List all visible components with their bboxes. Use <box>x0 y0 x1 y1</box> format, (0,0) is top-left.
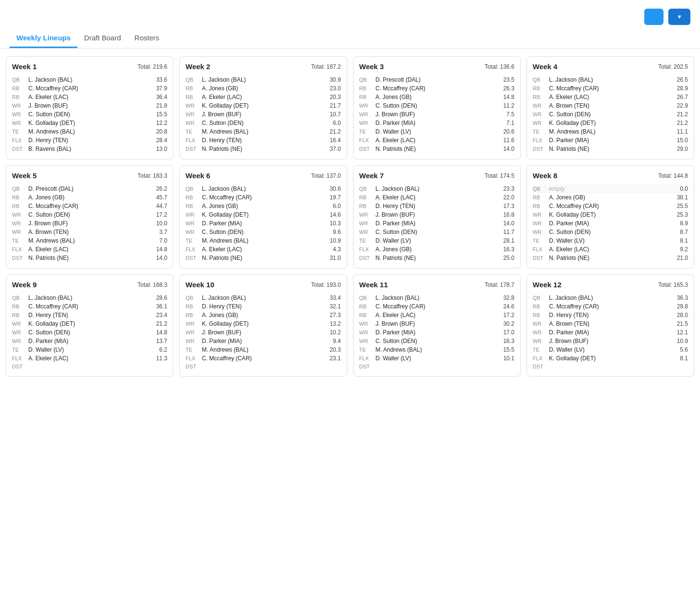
player-name: A. Ekeler (LAC) <box>376 137 503 144</box>
player-row: QBL. Jackson (BAL)32.8 <box>359 294 515 302</box>
player-row: FLXC. Mccaffrey (CAR)23.1 <box>185 354 341 363</box>
player-position: RB <box>185 203 201 209</box>
player-row: TEM. Andrews (BAL)21.2 <box>185 127 341 136</box>
player-position: QB <box>185 295 201 301</box>
player-position: WR <box>12 212 27 218</box>
player-row: FLXA. Ekeler (LAC)14.8 <box>12 245 167 254</box>
player-name: J. Brown (BUF) <box>202 111 329 118</box>
player-row: WRJ. Brown (BUF)10.9 <box>533 337 688 345</box>
player-position: WR <box>359 220 375 226</box>
play-again-button[interactable] <box>644 9 663 25</box>
player-row: QBD. Prescott (DAL)23.5 <box>359 75 515 84</box>
player-name: D. Waller (LV) <box>376 237 503 244</box>
player-name: L. Jackson (BAL) <box>549 76 676 83</box>
player-score: 21.0 <box>677 255 688 261</box>
player-score: 12.2 <box>156 120 167 126</box>
player-score: 10.3 <box>330 220 341 227</box>
player-score: 14.8 <box>156 246 167 253</box>
week-card-7: Week 7Total: 174.5QBL. Jackson (BAL)23.3… <box>353 165 521 269</box>
player-row: WRJ. Brown (BUF)21.8 <box>12 101 167 110</box>
week-5-title: Week 5 <box>12 171 37 180</box>
player-row: TEM. Andrews (BAL)10.9 <box>185 236 341 245</box>
player-name: C. Mccaffrey (CAR) <box>549 85 676 92</box>
player-position: FLX <box>12 137 27 143</box>
week-10-title: Week 10 <box>185 281 214 289</box>
player-position: TE <box>185 238 201 244</box>
player-position: RB <box>12 94 27 100</box>
player-name: K. Golladay (DET) <box>202 102 329 109</box>
player-position: FLX <box>533 137 548 143</box>
player-row: WRK. Golladay (DET)21.7 <box>185 101 341 110</box>
player-position: TE <box>359 129 375 135</box>
player-score: 0.0 <box>680 185 688 192</box>
player-name: C. Mccaffrey (CAR) <box>28 203 155 209</box>
player-score: 17.2 <box>156 211 167 218</box>
player-name: D. Parker (MIA) <box>549 329 676 336</box>
player-name: K. Golladay (DET) <box>28 320 155 327</box>
player-name: K. Golladay (DET) <box>28 120 155 126</box>
week-2-title: Week 2 <box>185 62 210 71</box>
player-score: 28.9 <box>677 85 688 92</box>
player-position: RB <box>185 312 201 318</box>
player-row: QBD. Prescott (DAL)26.2 <box>12 184 167 193</box>
player-score: 21.2 <box>677 120 688 126</box>
player-row: RBA. Jones (GB)6.0 <box>185 202 341 210</box>
week-9-title: Week 9 <box>12 281 37 289</box>
player-score: 45.7 <box>156 194 167 201</box>
player-row: FLXA. Ekeler (LAC)11.6 <box>359 136 515 145</box>
player-score: 12.1 <box>677 329 688 336</box>
player-name: N. Patriots (NE) <box>549 255 676 261</box>
player-row: FLXA. Ekeler (LAC)9.2 <box>533 245 688 254</box>
player-name: D. Waller (LV) <box>549 237 679 244</box>
player-position: WR <box>185 120 201 126</box>
player-row: TED. Waller (LV)5.6 <box>533 345 688 354</box>
week-7-total: Total: 174.5 <box>485 172 515 179</box>
player-score: 8.1 <box>680 355 688 362</box>
player-name: A. Ekeler (LAC) <box>549 246 679 253</box>
player-score: 11.1 <box>677 128 688 135</box>
player-row: RBC. Mccaffrey (CAR)28.9 <box>533 84 688 93</box>
player-row: RBA. Ekeler (LAC)36.4 <box>12 93 167 101</box>
player-row: WRC. Sutton (DEN)15.5 <box>12 110 167 119</box>
player-row: TEM. Andrews (BAL)11.1 <box>533 127 688 136</box>
player-position: QB <box>359 295 375 301</box>
player-name: J. Brown (BUF) <box>549 338 676 344</box>
player-position: FLX <box>359 355 375 361</box>
player-position: TE <box>533 347 548 353</box>
player-score: 6.2 <box>160 346 168 353</box>
player-name: N. Patriots (NE) <box>549 146 676 152</box>
nav-weekly-lineups[interactable]: Weekly Lineups <box>10 29 77 48</box>
player-row: TEM. Andrews (BAL)7.0 <box>12 236 167 245</box>
player-score: 11.7 <box>503 229 514 235</box>
player-score: 20.8 <box>156 128 167 135</box>
player-score: 14.8 <box>156 329 167 336</box>
player-row: RBC. Mccaffrey (CAR)37.9 <box>12 84 167 93</box>
player-position: WR <box>533 330 548 335</box>
player-position: WR <box>533 212 548 218</box>
player-score: 36.3 <box>677 294 688 301</box>
player-name: J. Brown (BUF) <box>376 211 503 218</box>
player-name: A. Ekeler (LAC) <box>202 246 332 253</box>
player-position: WR <box>12 321 27 327</box>
player-row: RBA. Ekeler (LAC)26.7 <box>533 93 688 101</box>
player-row: WRJ. Brown (BUF)7.5 <box>359 110 515 119</box>
share-button[interactable] <box>668 9 690 25</box>
player-row: DST <box>12 363 167 370</box>
player-score: 22.0 <box>503 194 514 201</box>
player-name: A. Brown (TEN) <box>549 102 676 109</box>
week-card-2: Week 2Total: 187.2QBL. Jackson (BAL)30.9… <box>179 56 347 159</box>
player-row: QBempty0.0 <box>533 184 688 193</box>
nav-rosters[interactable]: Rosters <box>128 29 166 48</box>
player-score: 22.9 <box>677 102 688 109</box>
player-name: D. Prescott (DAL) <box>28 185 155 192</box>
player-row: DSTN. Patriots (NE)25.0 <box>359 254 515 262</box>
player-name: M. Andrews (BAL) <box>549 128 676 135</box>
player-score: 6.0 <box>333 120 341 126</box>
player-position: WR <box>12 120 27 126</box>
player-name: C. Mccaffrey (CAR) <box>202 194 329 201</box>
nav-draft-board[interactable]: Draft Board <box>77 29 128 48</box>
player-position: FLX <box>185 246 201 252</box>
player-name: D. Waller (LV) <box>549 346 679 353</box>
player-position: RB <box>533 312 548 318</box>
player-name: L. Jackson (BAL) <box>202 294 329 301</box>
